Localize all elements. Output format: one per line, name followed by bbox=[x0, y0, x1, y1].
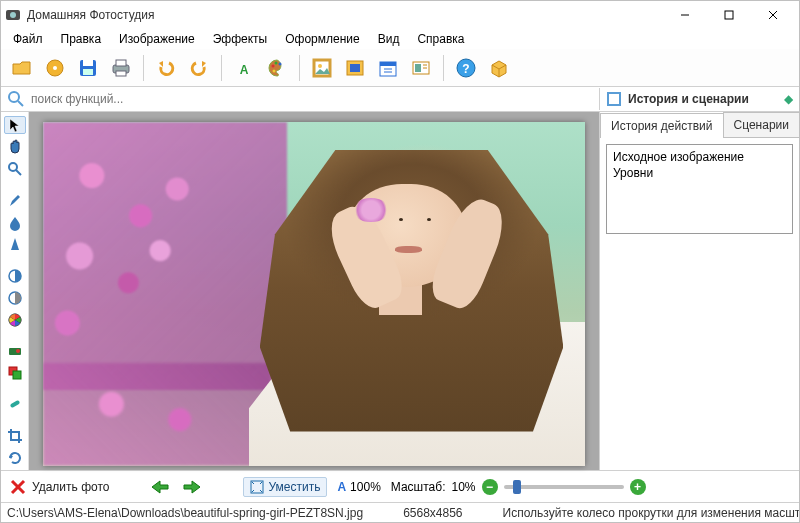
help-button[interactable]: ? bbox=[451, 53, 481, 83]
canvas-area[interactable] bbox=[29, 112, 599, 470]
history-item[interactable]: Исходное изображение bbox=[613, 149, 786, 165]
close-button[interactable] bbox=[751, 1, 795, 29]
tool-drop[interactable] bbox=[4, 214, 26, 231]
svg-point-20 bbox=[318, 64, 322, 68]
svg-point-16 bbox=[275, 61, 278, 64]
svg-rect-13 bbox=[116, 71, 126, 76]
tool-hue[interactable] bbox=[4, 311, 26, 328]
box-button[interactable] bbox=[484, 53, 514, 83]
tool-clone[interactable] bbox=[4, 364, 26, 381]
svg-rect-22 bbox=[350, 64, 360, 72]
tab-history[interactable]: История действий bbox=[600, 113, 724, 138]
status-bar: C:\Users\AMS-Elena\Downloads\beautiful-s… bbox=[1, 502, 799, 522]
slider-thumb[interactable] bbox=[513, 480, 521, 494]
svg-point-33 bbox=[9, 92, 19, 102]
redo-button[interactable] bbox=[184, 53, 214, 83]
svg-point-18 bbox=[273, 69, 276, 72]
svg-rect-46 bbox=[13, 371, 21, 379]
zoom-in-button[interactable]: + bbox=[630, 479, 646, 495]
search-input[interactable] bbox=[31, 92, 593, 106]
svg-point-7 bbox=[53, 66, 57, 70]
tool-brush[interactable] bbox=[4, 192, 26, 209]
palette-button[interactable] bbox=[262, 53, 292, 83]
status-hint: Используйте колесо прокрутки для изменен… bbox=[503, 506, 800, 520]
tool-heal[interactable] bbox=[4, 396, 26, 413]
print-button[interactable] bbox=[106, 53, 136, 83]
text-button[interactable]: A bbox=[229, 53, 259, 83]
history-icon bbox=[606, 91, 622, 107]
menu-image[interactable]: Изображение bbox=[111, 30, 203, 48]
frame-button[interactable] bbox=[307, 53, 337, 83]
tool-saturation[interactable] bbox=[4, 289, 26, 306]
menu-view[interactable]: Вид bbox=[370, 30, 408, 48]
svg-point-17 bbox=[279, 62, 282, 65]
tool-zoom[interactable] bbox=[4, 161, 26, 178]
menu-help[interactable]: Справка bbox=[409, 30, 472, 48]
menu-effects[interactable]: Эффекты bbox=[205, 30, 276, 48]
left-toolbox bbox=[1, 112, 29, 470]
app-icon bbox=[5, 7, 21, 23]
svg-rect-12 bbox=[116, 60, 126, 66]
search-row: История и сценарии ◆ bbox=[1, 87, 799, 112]
history-list[interactable]: Исходное изображение Уровни bbox=[606, 144, 793, 234]
save-button[interactable] bbox=[73, 53, 103, 83]
zoom-out-button[interactable]: − bbox=[482, 479, 498, 495]
svg-line-34 bbox=[18, 101, 23, 106]
tab-scenarios[interactable]: Сценарии bbox=[723, 112, 800, 137]
svg-rect-36 bbox=[609, 94, 619, 104]
menu-design[interactable]: Оформление bbox=[277, 30, 367, 48]
maximize-button[interactable] bbox=[707, 1, 751, 29]
delete-photo-label: Удалить фото bbox=[32, 480, 109, 494]
main-area: История действий Сценарии Исходное изобр… bbox=[1, 112, 799, 470]
svg-text:A: A bbox=[240, 63, 249, 77]
svg-rect-9 bbox=[83, 60, 93, 66]
scale-value: 10% bbox=[452, 480, 476, 494]
fit-icon bbox=[250, 480, 264, 494]
history-tabs: История действий Сценарии bbox=[600, 112, 799, 138]
menu-file[interactable]: Файл bbox=[5, 30, 51, 48]
history-item[interactable]: Уровни bbox=[613, 165, 786, 181]
calendar-button[interactable] bbox=[373, 53, 403, 83]
right-panel: История действий Сценарии Исходное изобр… bbox=[599, 112, 799, 470]
menu-edit[interactable]: Правка bbox=[53, 30, 110, 48]
zoom-slider[interactable] bbox=[504, 485, 624, 489]
text-a-icon: A bbox=[337, 480, 346, 494]
svg-line-38 bbox=[16, 170, 21, 175]
zoom-100-button[interactable]: A 100% bbox=[337, 480, 380, 494]
postcard-button[interactable] bbox=[406, 53, 436, 83]
delete-icon bbox=[9, 478, 27, 496]
svg-text:?: ? bbox=[462, 62, 469, 76]
prev-button[interactable] bbox=[149, 476, 171, 498]
tool-rotate[interactable] bbox=[4, 449, 26, 466]
status-dims: 6568x4856 bbox=[403, 506, 462, 520]
svg-point-15 bbox=[272, 64, 275, 67]
delete-photo-button[interactable]: Удалить фото bbox=[9, 478, 109, 496]
tool-pointer[interactable] bbox=[4, 116, 26, 134]
tool-sharpen[interactable] bbox=[4, 236, 26, 253]
open-button[interactable] bbox=[7, 53, 37, 83]
expand-icon[interactable]: ◆ bbox=[784, 92, 793, 106]
catalog-button[interactable] bbox=[40, 53, 70, 83]
svg-rect-24 bbox=[380, 62, 396, 66]
history-panel-header: История и сценарии ◆ bbox=[599, 88, 799, 110]
photo-canvas[interactable] bbox=[43, 122, 585, 466]
status-path: C:\Users\AMS-Elena\Downloads\beautiful-s… bbox=[7, 506, 363, 520]
tool-crop[interactable] bbox=[4, 427, 26, 444]
svg-rect-28 bbox=[415, 64, 421, 72]
mask-button[interactable] bbox=[340, 53, 370, 83]
search-icon bbox=[7, 90, 25, 108]
minimize-button[interactable] bbox=[663, 1, 707, 29]
svg-rect-3 bbox=[725, 11, 733, 19]
svg-point-37 bbox=[9, 163, 17, 171]
tool-hand[interactable] bbox=[4, 139, 26, 156]
undo-button[interactable] bbox=[151, 53, 181, 83]
svg-rect-47 bbox=[9, 400, 20, 408]
main-toolbar: A ? bbox=[1, 49, 799, 87]
fit-button[interactable]: Уместить bbox=[243, 477, 327, 497]
fit-label: Уместить bbox=[268, 480, 320, 494]
svg-point-1 bbox=[10, 12, 16, 18]
window-title: Домашняя Фотостудия bbox=[27, 8, 663, 22]
tool-redeye[interactable] bbox=[4, 343, 26, 360]
next-button[interactable] bbox=[181, 476, 203, 498]
tool-contrast[interactable] bbox=[4, 267, 26, 284]
